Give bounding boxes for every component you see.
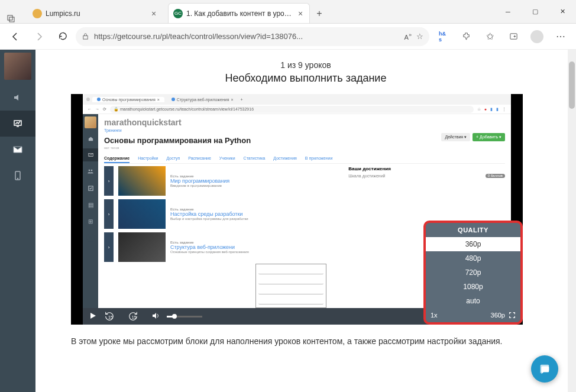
profile-button[interactable] [526,27,548,46]
main-content: 1 из 9 уроков Необходимо выполнить задан… [35,50,576,392]
tab-close-button[interactable]: × [296,9,305,18]
rail-training-icon[interactable] [0,111,35,137]
svg-point-8 [89,170,90,171]
tabs-button[interactable] [0,15,22,23]
browser-tab[interactable]: Lumpics.ru × [27,3,163,23]
browser-toolbar: https://getcourse.ru/pl/teach/control/le… [0,24,576,50]
refresh-button[interactable] [52,27,73,46]
maximize-button[interactable]: ▢ [522,0,549,23]
new-tab-button[interactable]: + [310,4,329,23]
menu-button[interactable]: ⋯ [550,27,571,46]
play-button[interactable] [89,312,97,321]
footer-speed[interactable]: 1x [431,312,438,319]
svg-rect-2 [83,36,88,40]
chat-icon [538,362,551,375]
address-bar[interactable]: https://getcourse.ru/pl/teach/control/le… [76,27,429,46]
lesson-description: В этом уроке мы рассмотрим блоки для нап… [71,335,523,348]
scrollbar-thumb[interactable] [569,61,575,109]
quality-menu: QUALITY 360p 480p 720p 1080p auto 1x 360… [423,221,523,325]
app-sidebar [0,50,35,392]
svg-rect-1 [9,17,14,22]
favorite-button[interactable]: ☆ [416,32,423,41]
rail-mobile-icon[interactable] [0,163,35,189]
minimize-button[interactable]: ─ [494,0,522,23]
footer-quality[interactable]: 360p [491,312,505,319]
tabs-icon [7,15,15,23]
close-button[interactable]: ✕ [549,0,576,23]
reader-button[interactable]: A» [405,32,412,41]
forward-button[interactable]: 15 [128,311,144,322]
tab-title: Lumpics.ru [46,9,146,18]
quality-option-auto[interactable]: auto [426,294,520,308]
ext-button-1[interactable]: h&s [432,27,453,46]
rail-sound-icon[interactable] [0,85,35,111]
browser-titlebar: Lumpics.ru × GC 1. Как добавить контент … [0,0,576,24]
video-player[interactable]: Основы программирования × Структура веб-… [71,94,523,325]
volume-slider[interactable] [167,316,202,318]
rail-mail-icon[interactable] [0,137,35,163]
back-button[interactable] [5,27,26,46]
quality-option-360p[interactable]: 360p [426,237,520,251]
quality-option-1080p[interactable]: 1080p [426,280,520,294]
svg-rect-0 [8,15,12,20]
rewind-button[interactable]: 15 [104,311,121,322]
favicon [33,9,42,18]
browser-tab-active[interactable]: GC 1. Как добавить контент в урок... × [168,3,310,23]
page-title: Необходимо выполнить задание [35,72,576,85]
collections-button[interactable] [503,27,524,46]
window-controls: ─ ▢ ✕ [494,0,576,23]
lock-icon [82,33,89,40]
fullscreen-icon[interactable] [509,312,516,319]
scrollbar[interactable] [568,50,576,392]
ext-button-2[interactable] [455,27,477,46]
quality-option-480p[interactable]: 480p [426,251,520,265]
quality-header: QUALITY [426,223,520,237]
chat-button[interactable] [531,355,558,383]
quality-option-720p[interactable]: 720p [426,265,520,280]
favorites-button[interactable]: ✩ [479,27,500,46]
user-avatar[interactable] [4,53,31,80]
forward-button[interactable] [28,27,50,46]
tab-title: 1. Как добавить контент в урок... [186,9,293,18]
lesson-counter: 1 из 9 уроков [35,60,576,70]
tab-close-button[interactable]: × [150,9,158,18]
favicon: GC [173,9,183,18]
svg-point-6 [18,179,18,179]
svg-point-9 [91,170,93,171]
volume-button[interactable] [151,312,160,321]
url-text: https://getcourse.ru/pl/teach/control/le… [94,32,400,41]
annotation-overlay [255,264,326,308]
